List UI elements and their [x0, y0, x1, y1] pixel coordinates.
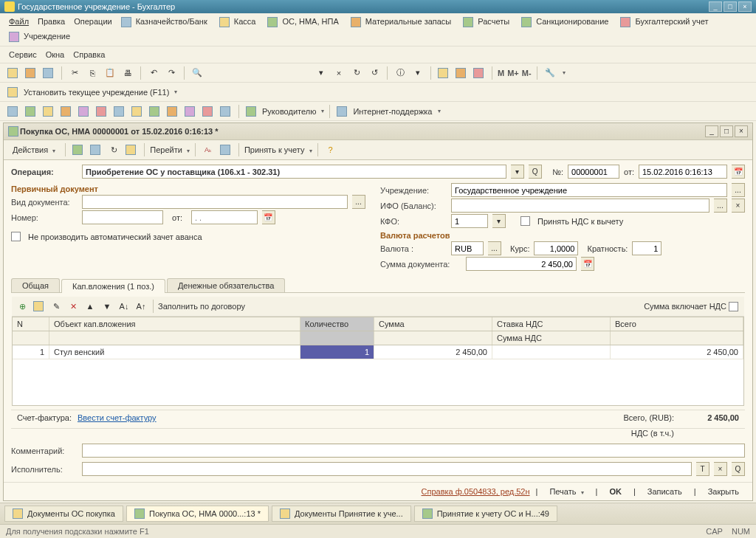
move-down-icon[interactable]: ▼ [100, 299, 114, 314]
add-row-icon[interactable]: ⊕ [15, 299, 30, 314]
institution-select-button[interactable]: ... [732, 183, 745, 197]
menu-service[interactable]: Сервис [6, 49, 40, 61]
menu-cash[interactable]: Касса [216, 15, 262, 29]
edit-row-icon[interactable]: ✎ [49, 299, 63, 314]
kfo-dropdown[interactable]: ▾ [492, 214, 506, 228]
institution-field[interactable] [451, 183, 727, 197]
col-n[interactable]: N [13, 317, 49, 331]
c-icon-9[interactable] [148, 104, 162, 119]
menu-edit[interactable]: Правка [35, 15, 68, 29]
executor-select-button[interactable]: T [696, 462, 709, 476]
save-button[interactable]: Записать [642, 486, 688, 497]
cell-object[interactable]: Стул венский [49, 345, 300, 359]
find-next-icon[interactable]: ↻ [349, 66, 364, 80]
tree-icon[interactable] [124, 142, 139, 157]
menu-help[interactable]: Справка [70, 49, 108, 61]
wrench-icon[interactable]: 🔧 [543, 66, 557, 80]
calc-icon[interactable] [436, 66, 451, 80]
post-icon[interactable] [71, 142, 86, 157]
nds-deduct-checkbox[interactable] [520, 216, 530, 226]
close-doc-button[interactable]: Закрыть [702, 486, 745, 497]
investments-grid[interactable]: N Объект кап.вложения Количество Сумма С… [12, 317, 744, 406]
table-row[interactable]: 1 Стул венский 1 2 450,00 2 450,00 [13, 345, 743, 359]
copy-row-icon[interactable] [32, 299, 47, 314]
move-up-icon[interactable]: ▲ [83, 299, 97, 314]
col-total[interactable]: Всего [611, 317, 743, 331]
docsum-calc-button[interactable]: 📅 [581, 257, 594, 271]
c-icon-6[interactable] [94, 104, 109, 119]
tab-obligations[interactable]: Денежные обязательства [167, 278, 285, 292]
rate-field[interactable] [534, 241, 578, 255]
task-tab-2[interactable]: Покупка ОС, НМА 0000...:13 * [126, 506, 269, 522]
search-icon[interactable]: 🔍 [190, 66, 205, 80]
fill-by-contract-button[interactable]: Заполнить по договору [158, 302, 245, 311]
c-icon-8[interactable] [130, 104, 145, 119]
cell-total[interactable]: 2 450,00 [611, 345, 743, 359]
accept-button[interactable]: Принять к учету ▾ [244, 145, 312, 154]
set-institution-button[interactable]: Установить текущее учреждение (F11) [24, 88, 169, 97]
memory-mplus[interactable]: M+ [507, 69, 519, 77]
menu-file[interactable]: Файл [6, 15, 32, 29]
c-icon-1[interactable] [6, 104, 21, 119]
col-sum[interactable]: Сумма [374, 317, 492, 331]
noauto-checkbox[interactable] [11, 232, 21, 241]
sort-desc-icon[interactable]: A↑ [134, 299, 148, 314]
close-button[interactable]: × [738, 1, 752, 12]
doctype-field[interactable] [82, 195, 348, 209]
search-dropdown[interactable]: ▾ [314, 66, 329, 80]
col-nds-sum[interactable]: Сумма НДС [492, 331, 611, 345]
menu-accounting[interactable]: Бухгалтерский учет [617, 15, 714, 29]
task-tab-3[interactable]: Документы Принятие к уче... [272, 506, 411, 522]
refresh-icon[interactable]: ↻ [106, 142, 121, 157]
new-icon[interactable] [6, 66, 21, 80]
operation-field[interactable]: Приобретение ОС у поставщика (106.x1 - 3… [82, 165, 506, 179]
tab-general[interactable]: Общая [11, 278, 60, 292]
print-icon[interactable]: 🖶 [120, 66, 135, 80]
mult-field[interactable] [632, 241, 662, 255]
report-icon[interactable] [472, 66, 487, 80]
c-icon-5[interactable] [77, 104, 92, 119]
maximize-button[interactable]: □ [724, 1, 737, 12]
doctype-select-button[interactable]: ... [352, 195, 365, 209]
ifo-clear-button[interactable]: × [732, 199, 745, 213]
undo-icon[interactable]: ↶ [146, 66, 161, 80]
docsum-field[interactable] [466, 257, 577, 271]
search-input[interactable] [207, 66, 311, 80]
col-nds-rate[interactable]: Ставка НДС [492, 317, 611, 331]
goto-button[interactable]: Перейти ▾ [150, 145, 190, 154]
executor-field[interactable] [82, 462, 692, 476]
c-icon-10[interactable] [165, 104, 180, 119]
save-icon[interactable] [41, 66, 56, 80]
actions-button[interactable]: Действия ▾ [8, 144, 60, 156]
sf-link[interactable]: Ввести счет-фактуру [78, 413, 157, 422]
memory-mminus[interactable]: M- [522, 69, 532, 77]
sum-includes-nds-checkbox[interactable] [729, 302, 738, 311]
executor-open-button[interactable]: Q [732, 462, 745, 476]
sort-asc-icon[interactable]: A↓ [117, 299, 131, 314]
operation-dropdown[interactable]: ▾ [511, 165, 524, 179]
task-tab-4[interactable]: Принятие к учету ОС и Н...:49 [414, 506, 557, 522]
col-qty[interactable]: Количество [300, 317, 374, 331]
tab-investments[interactable]: Кап.вложения (1 поз.) [61, 279, 165, 293]
delete-row-icon[interactable]: ✕ [66, 299, 80, 314]
currency-field[interactable] [451, 241, 484, 255]
menu-os[interactable]: ОС, НМА, НПА [264, 15, 344, 29]
date-field[interactable] [639, 165, 727, 179]
kfo-field[interactable] [451, 214, 488, 228]
internet-support-menu[interactable]: Интернет-поддержка [353, 107, 432, 116]
paste-icon[interactable]: 📋 [103, 66, 117, 80]
doc-maximize-button[interactable]: □ [720, 125, 733, 137]
ifo-select-button[interactable]: ... [714, 199, 727, 213]
c-icon-13[interactable] [219, 104, 233, 119]
c-icon-2[interactable] [24, 104, 38, 119]
calendar-icon[interactable] [454, 66, 469, 80]
c-icon-12[interactable] [201, 104, 216, 119]
memory-m[interactable]: M [498, 69, 504, 77]
doc-minimize-button[interactable]: _ [705, 125, 718, 137]
menu-treasury[interactable]: Казначейство/Банк [118, 15, 213, 29]
menu-operations[interactable]: Операции [71, 15, 114, 29]
c-icon-3[interactable] [41, 104, 56, 119]
help-icon[interactable]: ⓘ [393, 66, 408, 80]
c-icon-11[interactable] [183, 104, 198, 119]
num-field[interactable] [568, 165, 619, 179]
